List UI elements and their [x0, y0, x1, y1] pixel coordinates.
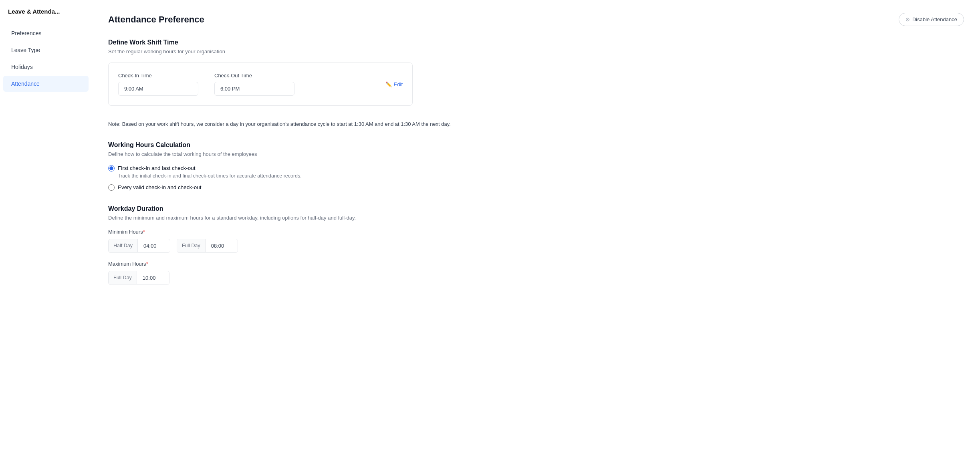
- sidebar: Leave & Attenda... Preferences Leave Typ…: [0, 0, 92, 456]
- min-hours-row: Half Day 04:00 Full Day 08:00: [108, 239, 964, 253]
- checkout-input[interactable]: [214, 82, 294, 96]
- work-shift-desc: Set the regular working hours for your o…: [108, 48, 964, 54]
- checkout-field-group: Check-Out Time: [214, 73, 294, 96]
- min-full-day-value[interactable]: 08:00: [206, 239, 238, 252]
- disable-attendance-button[interactable]: ⊗ Disable Attendance: [899, 13, 964, 26]
- min-hours-label: Minimim Hours*: [108, 229, 964, 235]
- max-hours-label: Maximum Hours*: [108, 261, 964, 267]
- max-full-day-value[interactable]: 10:00: [137, 271, 169, 284]
- radio-every-valid[interactable]: [108, 184, 115, 191]
- radio-item-first-last: First check-in and last check-out Track …: [108, 165, 964, 179]
- sidebar-item-label: Holidays: [11, 64, 33, 70]
- sidebar-item-holidays[interactable]: Holidays: [3, 59, 89, 75]
- sidebar-item-label: Attendance: [11, 81, 40, 87]
- working-hours-desc: Define how to calculate the total workin…: [108, 151, 964, 157]
- edit-shift-button[interactable]: ✏️ Edit: [385, 81, 403, 87]
- radio-first-last-label: First check-in and last check-out: [118, 165, 196, 171]
- sidebar-item-preferences[interactable]: Preferences: [3, 25, 89, 41]
- attendance-note: Note: Based on your work shift hours, we…: [108, 120, 964, 129]
- page-header: Attendance Preference ⊗ Disable Attendan…: [108, 13, 964, 26]
- working-hours-title: Working Hours Calculation: [108, 141, 964, 149]
- checkin-input[interactable]: [118, 82, 198, 96]
- required-star-min: *: [143, 229, 145, 235]
- x-circle-icon: ⊗: [905, 16, 910, 22]
- radio-label-every-valid[interactable]: Every valid check-in and check-out: [108, 184, 964, 191]
- sidebar-item-label: Leave Type: [11, 47, 40, 53]
- sidebar-item-leave-type[interactable]: Leave Type: [3, 42, 89, 58]
- shift-card: Check-In Time Check-Out Time ✏️ Edit: [108, 63, 413, 106]
- radio-every-valid-label: Every valid check-in and check-out: [118, 184, 202, 190]
- workday-duration-title: Workday Duration: [108, 205, 964, 212]
- page-title: Attendance Preference: [108, 14, 204, 25]
- radio-label-first-last[interactable]: First check-in and last check-out: [108, 165, 964, 172]
- min-half-day-value[interactable]: 04:00: [138, 239, 170, 252]
- disable-btn-label: Disable Attendance: [912, 16, 957, 22]
- sidebar-item-attendance[interactable]: Attendance: [3, 76, 89, 92]
- working-hours-section: Working Hours Calculation Define how to …: [108, 141, 964, 191]
- checkout-label: Check-Out Time: [214, 73, 294, 79]
- radio-item-every-valid: Every valid check-in and check-out: [108, 184, 964, 191]
- edit-btn-label: Edit: [394, 81, 403, 87]
- main-content: Attendance Preference ⊗ Disable Attendan…: [92, 0, 980, 456]
- min-full-day-field: Full Day 08:00: [177, 239, 238, 253]
- min-half-day-label: Half Day: [109, 239, 138, 252]
- max-hours-row: Full Day 10:00: [108, 271, 964, 285]
- pencil-icon: ✏️: [385, 81, 392, 87]
- work-shift-section: Define Work Shift Time Set the regular w…: [108, 39, 964, 106]
- work-shift-title: Define Work Shift Time: [108, 39, 964, 46]
- workday-duration-section: Workday Duration Define the minimum and …: [108, 205, 964, 285]
- min-full-day-label: Full Day: [177, 239, 206, 252]
- sidebar-item-label: Preferences: [11, 30, 41, 36]
- checkin-field-group: Check-In Time: [118, 73, 198, 96]
- min-half-day-field: Half Day 04:00: [108, 239, 170, 253]
- app-title: Leave & Attenda...: [0, 8, 92, 24]
- radio-first-last[interactable]: [108, 165, 115, 172]
- checkin-label: Check-In Time: [118, 73, 198, 79]
- max-full-day-label: Full Day: [109, 271, 137, 284]
- max-full-day-field: Full Day 10:00: [108, 271, 169, 285]
- required-star-max: *: [146, 261, 148, 267]
- working-hours-radio-group: First check-in and last check-out Track …: [108, 165, 964, 191]
- workday-duration-desc: Define the minimum and maximum hours for…: [108, 215, 964, 221]
- radio-first-last-sub: Track the initial check-in and final che…: [108, 173, 964, 179]
